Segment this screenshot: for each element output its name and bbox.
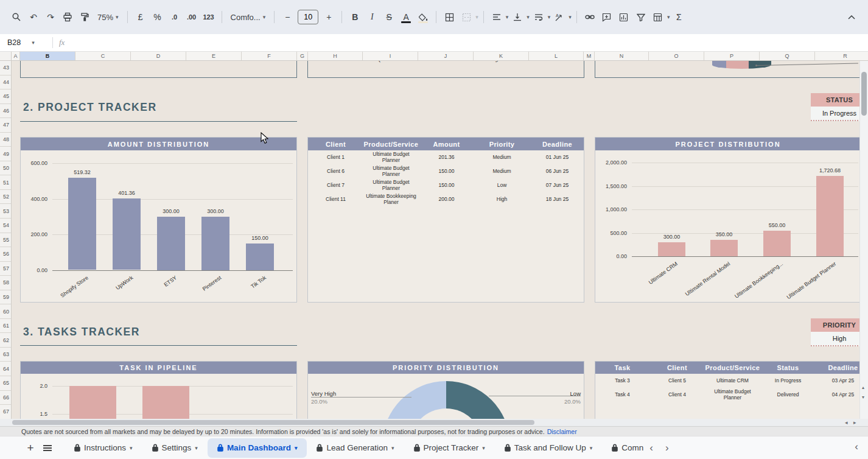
row-header-65[interactable]: 65 <box>0 376 11 391</box>
client-table-row[interactable]: Client 11Ultimate Bookkeeping Planer200.… <box>308 193 584 207</box>
column-header-D[interactable]: D <box>131 52 186 60</box>
scroll-right-icon[interactable]: ▸ <box>853 419 856 426</box>
horizontal-align-button[interactable] <box>489 9 505 25</box>
decrease-font-size-button[interactable]: − <box>279 9 295 25</box>
project-distribution-chart[interactable]: PROJECT DISTRIBUTION2,000.001,500.001,00… <box>595 137 861 303</box>
strikethrough-button[interactable]: S <box>381 9 397 25</box>
sheet-tab-main-dashboard[interactable]: Main Dashboard▾ <box>208 438 307 458</box>
zoom-select[interactable]: 75% ▾ <box>94 9 122 25</box>
row-header-67[interactable]: 67 <box>0 405 11 419</box>
row-header-60[interactable]: 60 <box>0 304 11 319</box>
scroll-down-icon[interactable]: ▾ <box>862 394 864 400</box>
table-button[interactable] <box>650 9 666 25</box>
fill-color-button[interactable] <box>415 9 431 25</box>
column-header-M[interactable]: M <box>584 52 595 60</box>
borders-button[interactable] <box>441 9 457 25</box>
row-header-58[interactable]: 58 <box>0 276 11 290</box>
task_in_pipeline-bar[interactable] <box>142 386 189 419</box>
vertical-scrollbar[interactable]: ▴ ▾ <box>859 61 868 419</box>
project_distribution-bar[interactable] <box>658 242 685 256</box>
row-header-48[interactable]: 48 <box>0 133 11 147</box>
scroll-left-icon[interactable]: ◂ <box>845 419 848 426</box>
amount_distribution-bar[interactable] <box>201 217 229 270</box>
column-header-A[interactable]: A <box>12 52 20 60</box>
vertical-scrollbar-thumb[interactable] <box>861 72 867 116</box>
redo-button[interactable]: ↷ <box>43 9 58 25</box>
row-header-46[interactable]: 46 <box>0 104 11 119</box>
functions-button[interactable]: Σ <box>671 9 687 25</box>
text-wrap-button[interactable] <box>531 9 547 25</box>
column-header-B[interactable]: B <box>20 52 75 60</box>
row-header-57[interactable]: 57 <box>0 262 11 276</box>
font-size-input[interactable]: 10 <box>298 10 318 24</box>
amount_distribution-bar[interactable] <box>246 244 274 270</box>
text-rotation-button[interactable]: A <box>551 9 567 25</box>
horizontal-scrollbar[interactable]: ◂ ▸ <box>0 419 868 426</box>
column-header-H[interactable]: H <box>308 52 363 60</box>
insert-chart-button[interactable] <box>616 9 632 25</box>
insert-link-button[interactable] <box>582 9 598 25</box>
amount_distribution-bar[interactable] <box>157 217 185 270</box>
sheet-tab-settings[interactable]: Settings▾ <box>142 436 208 459</box>
column-header-I[interactable]: I <box>363 52 418 60</box>
chevron-down-icon[interactable]: ▾ <box>130 445 133 451</box>
vertical-align-button[interactable] <box>509 9 525 25</box>
task-table-row[interactable]: Task 3Client 5Ultimate CRMIn Progress03 … <box>595 374 861 388</box>
font-select[interactable]: Comfo... ▾ <box>227 9 270 25</box>
row-header-49[interactable]: 49 <box>0 147 11 161</box>
tabs-scroll-left-icon[interactable]: ‹ <box>643 442 659 454</box>
column-header-F[interactable]: F <box>242 52 297 60</box>
row-header-63[interactable]: 63 <box>0 348 11 362</box>
row-header-53[interactable]: 53 <box>0 204 11 219</box>
row-header-44[interactable]: 44 <box>0 75 11 90</box>
column-header-E[interactable]: E <box>186 52 242 60</box>
all-sheets-button[interactable] <box>39 440 56 457</box>
column-header-P[interactable]: P <box>704 52 760 60</box>
column-header-N[interactable]: N <box>595 52 649 60</box>
sheet-tab-task-and-follow-up[interactable]: Task and Follow Up▾ <box>495 436 602 459</box>
chevron-down-icon[interactable]: ▾ <box>590 445 593 451</box>
row-header-61[interactable]: 61 <box>0 319 11 334</box>
column-header-G[interactable]: G <box>297 52 308 60</box>
client-table-row[interactable]: Client 7Ultimate Budget Planner150.00Low… <box>308 178 584 192</box>
project_distribution-bar[interactable] <box>710 240 738 256</box>
undo-button[interactable]: ↶ <box>26 9 41 25</box>
insert-comment-button[interactable] <box>599 9 615 25</box>
column-header-R[interactable]: R <box>815 52 868 60</box>
italic-button[interactable]: I <box>364 9 380 25</box>
percent-format-button[interactable]: % <box>150 9 166 25</box>
client-table[interactable]: ClientProduct/ServiceAmountPriorityDeadl… <box>307 137 584 303</box>
name-box[interactable]: B28 ▾ <box>0 38 46 47</box>
scroll-up-icon[interactable]: ▴ <box>862 385 864 390</box>
client-table-row[interactable]: Client 6Ultimate Budget Planner150.00Med… <box>308 164 584 178</box>
chevron-down-icon[interactable]: ▾ <box>295 445 298 451</box>
column-header-Q[interactable]: Q <box>760 52 815 60</box>
row-header-47[interactable]: 47 <box>0 118 11 133</box>
row-header-62[interactable]: 62 <box>0 333 11 348</box>
sheet-tab-project-tracker[interactable]: Project Tracker▾ <box>404 436 495 459</box>
merge-cells-button[interactable] <box>458 9 474 25</box>
sheet-tab-comn[interactable]: Comn <box>602 436 643 459</box>
horizontal-scrollbar-thumb[interactable] <box>12 420 534 425</box>
row-header-45[interactable]: 45 <box>0 89 11 104</box>
amount_distribution-bar[interactable] <box>68 178 96 270</box>
client-table-row[interactable]: Client 1Ultimate Budget Planner201.36Med… <box>308 150 584 164</box>
row-header-51[interactable]: 51 <box>0 175 11 190</box>
row-header-50[interactable]: 50 <box>0 161 11 176</box>
task-table-row[interactable]: Task 4Client 4Ultimate Budget PlannerDel… <box>595 388 861 403</box>
row-header-64[interactable]: 64 <box>0 362 11 376</box>
decrease-decimal-button[interactable]: .0 <box>167 9 183 25</box>
select-all-corner[interactable] <box>0 52 12 60</box>
amount_distribution-bar[interactable] <box>113 198 141 270</box>
row-header-56[interactable]: 56 <box>0 247 11 262</box>
sheet-tab-lead-generation[interactable]: Lead Generation▾ <box>307 436 404 459</box>
priority-distribution-chart[interactable]: PRIORITY DISTRIBUTIONVery High20.0%Low20… <box>307 361 584 419</box>
disclaimer-link[interactable]: Disclaimer <box>547 428 577 435</box>
column-header-L[interactable]: L <box>529 52 584 60</box>
task_in_pipeline-bar[interactable] <box>69 386 116 419</box>
chevron-down-icon[interactable]: ▾ <box>482 445 485 451</box>
sheet-tab-instructions[interactable]: Instructions▾ <box>65 436 142 459</box>
panel-collapse-icon[interactable]: ‹ <box>855 441 858 453</box>
chevron-down-icon[interactable]: ▾ <box>391 445 394 451</box>
print-button[interactable] <box>60 9 75 25</box>
